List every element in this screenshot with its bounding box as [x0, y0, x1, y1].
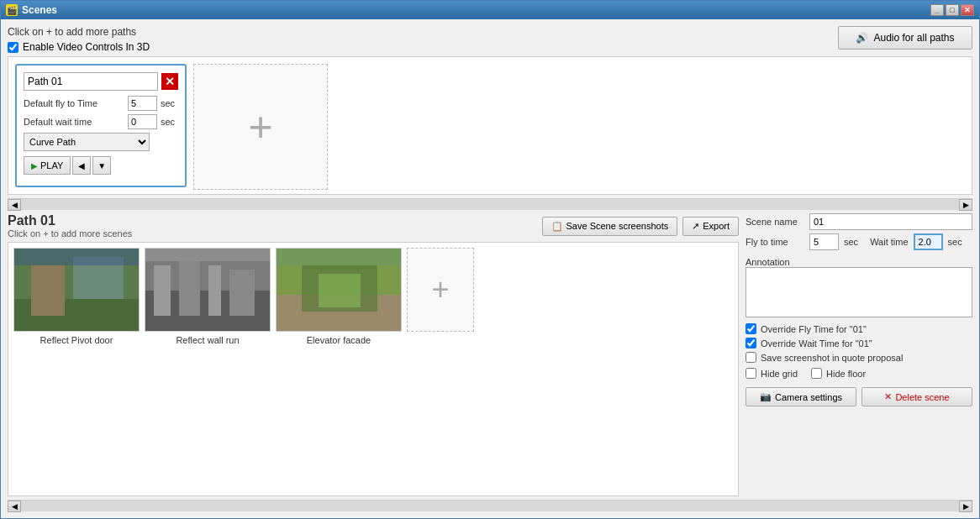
scrollbar-right-button[interactable]: ▶ — [959, 199, 972, 211]
enable-video-label: Enable Video Controls In 3D — [23, 41, 150, 53]
window-controls: _ □ ✕ — [930, 4, 974, 16]
fly-to-input[interactable] — [809, 233, 839, 250]
scene-props-panel: Scene name Fly to time sec Wait time sec… — [746, 213, 972, 496]
path-list-area: ✕ Default fly to Time sec Default wait t… — [8, 56, 972, 195]
thumb-label-3: Elevator facade — [307, 335, 371, 345]
scene-scrollbar[interactable]: ◀ ▶ — [8, 500, 972, 511]
wait-time-label-2: Wait time — [870, 237, 908, 247]
path-instruction: Click on + to add more paths — [8, 26, 150, 38]
screenshots-icon: 📋 — [551, 221, 563, 232]
fly-time-label: Default fly to Time — [24, 98, 124, 108]
maximize-button[interactable]: □ — [946, 4, 959, 16]
enable-video-checkbox[interactable] — [8, 42, 18, 53]
camera-icon: 📷 — [760, 391, 772, 402]
wait-time-input-2[interactable] — [914, 233, 943, 250]
camera-settings-label: Camera settings — [775, 392, 842, 402]
bottom-buttons: 📷 Camera settings ✕ Delete scene — [746, 387, 972, 406]
nav-prev-button[interactable]: ◀ — [72, 156, 91, 175]
timing-row: Fly to time sec Wait time sec — [746, 233, 972, 250]
nav-prev-icon: ◀ — [78, 161, 85, 170]
path-card-header: ✕ — [24, 72, 178, 91]
delete-scene-icon: ✕ — [884, 391, 892, 402]
thumb-img-2 — [145, 248, 271, 332]
scene-name-input[interactable] — [809, 213, 972, 230]
titlebar: 🎬 Scenes _ □ ✕ — [1, 1, 979, 19]
thumb-img-1 — [13, 248, 140, 332]
window-title: Scenes — [22, 4, 930, 16]
scene-name-label: Scene name — [746, 217, 804, 227]
path-type-select[interactable]: Curve Path Linear Path — [24, 133, 150, 151]
add-path-button[interactable]: + — [193, 64, 328, 190]
close-button[interactable]: ✕ — [961, 4, 974, 16]
wait-time-label: Default wait time — [24, 117, 124, 127]
scene-thumb-1[interactable]: Reflect Pivot door — [13, 248, 140, 490]
override-wait-row: Override Wait Time for "01" — [746, 338, 972, 349]
override-wait-label: Override Wait Time for "01" — [761, 338, 872, 349]
export-button[interactable]: ↗ Export — [682, 217, 739, 236]
override-fly-checkbox[interactable] — [746, 323, 756, 334]
add-path-icon: + — [248, 106, 272, 148]
svg-rect-10 — [229, 270, 255, 316]
scrollbar-track[interactable] — [21, 199, 959, 210]
audio-icon: 🔊 — [856, 32, 868, 44]
camera-settings-button[interactable]: 📷 Camera settings — [746, 387, 856, 406]
scene-header: Path 01 Click on + to add more scenes 📋 … — [8, 213, 739, 239]
hide-floor-row: Hide floor — [811, 368, 866, 379]
path-name-input[interactable] — [24, 72, 158, 91]
scene-scrollbar-left[interactable]: ◀ — [8, 501, 21, 512]
delete-scene-label: Delete scene — [895, 392, 949, 402]
export-icon: ↗ — [692, 221, 699, 232]
save-screenshots-button[interactable]: 📋 Save Scene screenshots — [542, 217, 678, 236]
nav-dropdown-button[interactable]: ▼ — [92, 156, 111, 175]
fly-time-row: Default fly to Time sec — [24, 96, 178, 111]
override-wait-checkbox[interactable] — [746, 338, 756, 349]
hide-floor-checkbox[interactable] — [811, 368, 822, 379]
add-scene-button[interactable]: + — [407, 248, 474, 332]
scrollbar-left-button[interactable]: ◀ — [8, 199, 21, 211]
save-screenshot-row: Save screenshot in quote proposal — [746, 352, 972, 363]
svg-rect-8 — [179, 261, 200, 316]
save-screenshot-checkbox[interactable] — [746, 352, 756, 363]
minimize-button[interactable]: _ — [930, 4, 944, 16]
path-list-scrollbar[interactable]: ◀ ▶ — [8, 198, 972, 210]
play-label: PLAY — [40, 160, 63, 170]
delete-path-icon: ✕ — [165, 75, 175, 88]
play-button[interactable]: ▶ PLAY — [24, 156, 71, 175]
fly-time-input[interactable] — [128, 96, 157, 111]
scene-title: Path 01 — [8, 213, 132, 228]
nav-dropdown-icon: ▼ — [97, 161, 106, 170]
hide-grid-checkbox[interactable] — [746, 368, 756, 379]
enable-video-row: Enable Video Controls In 3D — [8, 41, 150, 53]
save-screenshots-label: Save Scene screenshots — [566, 221, 669, 231]
audio-all-paths-button[interactable]: 🔊 Audio for all paths — [838, 26, 972, 50]
hide-grid-row: Hide grid — [746, 368, 798, 379]
svg-rect-15 — [319, 274, 361, 307]
override-fly-row: Override Fly Time for "01" — [746, 323, 972, 334]
fly-to-unit: sec — [844, 237, 858, 247]
annotation-textarea[interactable] — [746, 267, 972, 317]
scene-scrollbar-track[interactable] — [21, 501, 959, 511]
fly-to-label: Fly to time — [746, 237, 804, 247]
scene-header-left: Path 01 Click on + to add more scenes — [8, 213, 132, 239]
delete-path-button[interactable]: ✕ — [161, 73, 178, 90]
scene-thumb-3[interactable]: Elevator facade — [276, 248, 402, 490]
svg-rect-16 — [277, 249, 402, 265]
hide-options-row: Hide grid Hide floor — [746, 368, 972, 379]
lower-section: Path 01 Click on + to add more scenes 📋 … — [8, 213, 972, 496]
annotation-label: Annotation — [746, 257, 972, 267]
scene-scrollbar-right[interactable]: ▶ — [959, 501, 972, 512]
wait-time-row: Default wait time sec — [24, 114, 178, 129]
save-screenshot-label: Save screenshot in quote proposal — [761, 353, 903, 363]
svg-rect-2 — [31, 265, 65, 316]
path-type-row: Curve Path Linear Path — [24, 133, 178, 151]
wait-time-unit: sec — [161, 117, 175, 127]
wait-time-input[interactable] — [128, 114, 157, 129]
scene-header-buttons: 📋 Save Scene screenshots ↗ Export — [542, 217, 739, 236]
scene-thumb-2[interactable]: Reflect wall run — [145, 248, 271, 490]
svg-rect-4 — [14, 249, 140, 265]
path-card: ✕ Default fly to Time sec Default wait t… — [15, 64, 187, 187]
delete-scene-button[interactable]: ✕ Delete scene — [861, 387, 972, 406]
add-scene-icon: + — [431, 275, 449, 305]
fly-time-unit: sec — [161, 98, 175, 108]
scene-thumbnails: Reflect Pivot door — [8, 242, 739, 496]
